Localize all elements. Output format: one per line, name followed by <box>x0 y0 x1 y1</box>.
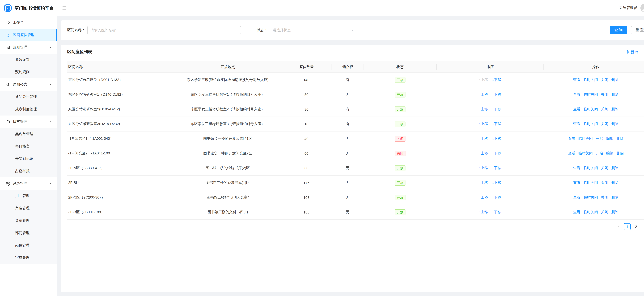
table-row: 2F-A区（2A330-417）图书馆二楼的经济书库(2)区88无开放↑上移↓下… <box>67 161 644 175</box>
locker-cell: 无 <box>332 146 364 161</box>
move-down-link[interactable]: ↓下移 <box>492 210 501 214</box>
op-link[interactable]: 删除 <box>611 92 618 96</box>
op-link[interactable]: 删除 <box>611 180 618 185</box>
move-down-link[interactable]: ↓下移 <box>492 78 501 82</box>
op-link[interactable]: 编辑 <box>606 151 613 155</box>
move-down-link[interactable]: ↓下移 <box>492 195 501 199</box>
sidebar-subitem[interactable]: 岗位管理 <box>0 239 57 252</box>
op-link[interactable]: 删除 <box>611 107 618 111</box>
reset-button[interactable]: 重 置 <box>631 26 644 34</box>
move-down-link[interactable]: ↓下移 <box>492 151 501 155</box>
move-up-link[interactable]: ↑上移 <box>479 136 488 141</box>
name-filter-input[interactable] <box>87 26 241 34</box>
op-link[interactable]: 删除 <box>611 122 618 126</box>
sidebar-subitem-label: 预约规则 <box>15 70 30 75</box>
move-down-link[interactable]: ↓下移 <box>492 136 501 141</box>
op-link[interactable]: 关闭 <box>601 122 608 126</box>
op-link[interactable]: 查看 <box>573 122 580 126</box>
sidebar-item[interactable]: 工作台 <box>0 17 57 29</box>
op-link[interactable]: 临时关闭 <box>584 122 598 126</box>
user-avatar-icon[interactable] <box>640 3 644 13</box>
sidebar-subitem[interactable]: 每日格言 <box>0 140 57 153</box>
move-down-link[interactable]: ↓下移 <box>492 166 501 170</box>
op-link[interactable]: 开启 <box>596 151 603 155</box>
move-down-link[interactable]: ↓下移 <box>492 122 501 126</box>
sidebar-subitem[interactable]: 未签到记录 <box>0 153 57 165</box>
move-down-link[interactable]: ↓下移 <box>492 180 501 185</box>
op-link[interactable]: 临时关闭 <box>584 166 598 170</box>
sidebar-item[interactable]: 规则管理 <box>0 41 57 54</box>
add-button[interactable]: 新增 <box>626 50 638 54</box>
sidebar-subitem[interactable]: 菜单管理 <box>0 214 57 227</box>
op-link[interactable]: 临时关闭 <box>578 136 593 141</box>
sidebar-subitem[interactable]: 黑名单管理 <box>0 128 57 140</box>
op-link[interactable]: 删除 <box>611 78 618 82</box>
move-down-link[interactable]: ↓下移 <box>492 92 501 96</box>
move-up-link[interactable]: ↑上移 <box>479 166 488 170</box>
sidebar-subitem[interactable]: 预约规则 <box>0 66 57 78</box>
menu-fold-icon[interactable] <box>62 6 66 10</box>
op-link[interactable]: 临时关闭 <box>578 151 593 155</box>
op-link[interactable]: 临时关闭 <box>584 180 598 185</box>
status-filter-label: 状态： <box>257 28 268 33</box>
op-link[interactable]: 关闭 <box>601 195 608 199</box>
op-link[interactable]: 查看 <box>573 180 580 185</box>
op-link[interactable]: 删除 <box>611 166 618 170</box>
op-link[interactable]: 查看 <box>573 210 580 214</box>
move-up-link[interactable]: ↑上移 <box>479 92 488 96</box>
op-link[interactable]: 删除 <box>616 151 624 155</box>
next-page-icon[interactable] <box>642 223 644 230</box>
sidebar-subitem-label: 用户管理 <box>15 194 30 198</box>
move-up-link[interactable]: ↑上移 <box>479 151 488 155</box>
status-filter-select[interactable]: 请选择状态 <box>270 26 357 34</box>
sidebar-item[interactable]: 通知公告 <box>0 78 57 91</box>
op-link[interactable]: 查看 <box>573 195 580 199</box>
op-link[interactable]: 开启 <box>596 136 603 141</box>
op-link[interactable]: 查看 <box>573 78 580 82</box>
op-link[interactable]: 查看 <box>568 151 575 155</box>
op-link[interactable]: 编辑 <box>606 136 613 141</box>
move-down-link[interactable]: ↓下移 <box>492 107 501 111</box>
op-link[interactable]: 查看 <box>573 92 580 96</box>
query-button[interactable]: 查 询 <box>610 26 627 34</box>
page-number[interactable]: 2 <box>633 223 639 230</box>
user-area[interactable]: 系统管理员 <box>619 3 644 13</box>
op-link[interactable]: 关闭 <box>601 78 608 82</box>
op-link[interactable]: 临时关闭 <box>584 92 598 96</box>
op-link[interactable]: 查看 <box>573 166 580 170</box>
op-link[interactable]: 关闭 <box>601 210 608 214</box>
sidebar-subitem[interactable]: 通知公告管理 <box>0 91 57 103</box>
sidebar-item[interactable]: 日常管理 <box>0 116 57 128</box>
sidebar-subitem[interactable]: 用户管理 <box>0 190 57 202</box>
sidebar-subitem[interactable]: 字典管理 <box>0 252 57 264</box>
op-link[interactable]: 删除 <box>616 136 624 141</box>
move-up-link[interactable]: ↑上移 <box>479 180 488 185</box>
sidebar-item[interactable]: 区间座位管理 <box>0 29 57 41</box>
sidebar-item[interactable]: 系统管理 <box>0 177 57 190</box>
sort-cell: ↑上移↓下移 <box>437 87 544 102</box>
op-link[interactable]: 临时关闭 <box>584 195 598 199</box>
move-up-link[interactable]: ↑上移 <box>479 122 488 126</box>
status-badge: 关闭 <box>395 151 406 156</box>
move-up-link[interactable]: ↑上移 <box>479 107 488 111</box>
op-link[interactable]: 删除 <box>611 210 618 214</box>
op-link[interactable]: 查看 <box>568 136 575 141</box>
sidebar-subitem[interactable]: 参数设置 <box>0 54 57 66</box>
op-link[interactable]: 临时关闭 <box>584 107 598 111</box>
op-link[interactable]: 关闭 <box>601 92 608 96</box>
op-link[interactable]: 删除 <box>611 195 618 199</box>
op-link[interactable]: 关闭 <box>601 166 608 170</box>
op-link[interactable]: 关闭 <box>601 180 608 185</box>
sidebar-subitem[interactable]: 规章制度管理 <box>0 103 57 116</box>
sidebar-subitem[interactable]: 部门管理 <box>0 227 57 239</box>
page-number[interactable]: 1 <box>624 223 630 230</box>
submenu: 用户管理角色管理菜单管理部门管理岗位管理字典管理 <box>0 190 57 264</box>
op-link[interactable]: 临时关闭 <box>584 210 598 214</box>
op-link[interactable]: 临时关闭 <box>584 78 598 82</box>
sidebar-subitem[interactable]: 角色管理 <box>0 202 57 214</box>
move-up-link[interactable]: ↑上移 <box>479 210 488 214</box>
op-link[interactable]: 查看 <box>573 107 580 111</box>
sidebar-subitem[interactable]: 占座举报 <box>0 165 57 177</box>
op-link[interactable]: 关闭 <box>601 107 608 111</box>
move-up-link[interactable]: ↑上移 <box>479 195 488 199</box>
